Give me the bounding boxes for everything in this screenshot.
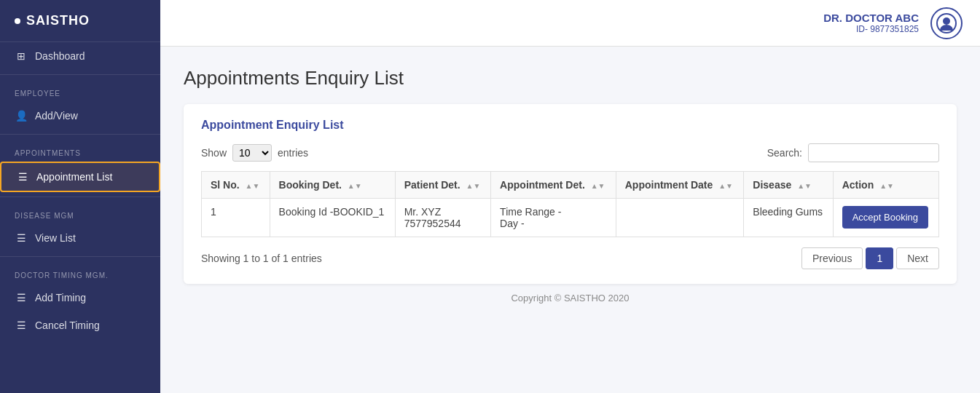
- entries-select[interactable]: 10 25 50 100: [232, 144, 272, 162]
- page-title: Appointments Enquiry List: [184, 67, 957, 90]
- cell-booking-det: Booking Id -BOOKID_1: [270, 199, 395, 237]
- entries-label: entries: [278, 147, 308, 159]
- footer: Copyright © SAISTHO 2020: [184, 284, 957, 312]
- next-button[interactable]: Next: [896, 247, 939, 269]
- sidebar-item-label: Add/View: [35, 110, 78, 122]
- appointment-time-range: Time Range -: [500, 206, 607, 218]
- list-icon: ☰: [16, 170, 29, 183]
- add-timing-icon: ☰: [15, 291, 28, 304]
- pagination: Previous 1 Next: [801, 247, 939, 269]
- appointments-table: Sl No. ▲▼ Booking Det. ▲▼ Patient Det. ▲…: [201, 171, 939, 237]
- sidebar-item-cancel-timing[interactable]: ☰ Cancel Timing: [0, 311, 160, 339]
- page-1-button[interactable]: 1: [866, 247, 893, 269]
- table-header: Sl No. ▲▼ Booking Det. ▲▼ Patient Det. ▲…: [202, 172, 939, 199]
- show-entries: Show 10 25 50 100 entries: [201, 144, 308, 162]
- accept-booking-button[interactable]: Accept Booking: [842, 206, 928, 229]
- sidebar-divider-1: [0, 74, 160, 75]
- table-controls: Show 10 25 50 100 entries Search:: [201, 143, 939, 162]
- section-disease-mgm: Disease MGM: [0, 202, 160, 224]
- cell-appointment-date: [616, 199, 744, 237]
- sidebar-logo: SAISTHO: [0, 0, 160, 42]
- col-appointment-det: Appointment Det. ▲▼: [491, 172, 616, 199]
- header-user: DR. DOCTOR ABC ID- 9877351825: [823, 7, 963, 39]
- col-patient-det: Patient Det. ▲▼: [395, 172, 490, 199]
- sort-icon: ▲▼: [879, 182, 894, 190]
- header-row: Sl No. ▲▼ Booking Det. ▲▼ Patient Det. ▲…: [202, 172, 939, 199]
- app-name: SAISTHO: [26, 13, 90, 28]
- sidebar-item-label: Add Timing: [35, 292, 86, 303]
- sort-icon: ▲▼: [797, 182, 812, 190]
- avatar[interactable]: [930, 7, 963, 39]
- logo-dot: [15, 18, 20, 24]
- appointments-card: Appointment Enquiry List Show 10 25 50 1…: [184, 104, 957, 284]
- user-id: ID- 9877351825: [823, 24, 919, 34]
- dashboard-icon: ⊞: [15, 49, 28, 63]
- col-sl-no: Sl No. ▲▼: [202, 172, 270, 199]
- section-doctor-timing: Doctor Timing MGM.: [0, 261, 160, 284]
- patient-phone: 7577952544: [404, 218, 482, 229]
- col-disease: Disease ▲▼: [744, 172, 833, 199]
- card-title: Appointment Enquiry List: [201, 119, 939, 132]
- table-body: 1 Booking Id -BOOKID_1 Mr. XYZ 757795254…: [202, 199, 939, 237]
- sort-icon: ▲▼: [718, 182, 733, 190]
- main-content: DR. DOCTOR ABC ID- 9877351825 Appointmen…: [160, 0, 980, 393]
- sort-icon: ▲▼: [466, 182, 481, 190]
- section-employee: Employee: [0, 79, 160, 102]
- sidebar-item-appointment-list[interactable]: ☰ Appointment List: [0, 162, 160, 192]
- cell-action: Accept Booking: [833, 199, 938, 237]
- section-appointments: Appointments: [0, 139, 160, 162]
- sort-icon: ▲▼: [246, 182, 260, 190]
- search-input[interactable]: [808, 143, 939, 162]
- sidebar-item-view-list[interactable]: ☰ View List: [0, 224, 160, 252]
- header: DR. DOCTOR ABC ID- 9877351825: [160, 0, 980, 47]
- svg-point-1: [943, 17, 950, 25]
- show-label: Show: [201, 147, 227, 159]
- showing-text: Showing 1 to 1 of 1 entries: [201, 253, 322, 264]
- patient-name: Mr. XYZ: [404, 206, 482, 218]
- user-name: DR. DOCTOR ABC: [823, 12, 919, 24]
- sidebar-item-label: Dashboard: [35, 50, 85, 62]
- previous-button[interactable]: Previous: [801, 247, 863, 269]
- sidebar-item-label: Cancel Timing: [35, 319, 100, 331]
- table-footer: Showing 1 to 1 of 1 entries Previous 1 N…: [201, 247, 939, 269]
- sidebar-item-label: Appointment List: [36, 171, 112, 183]
- sidebar-divider-3: [0, 196, 160, 197]
- user-info: DR. DOCTOR ABC ID- 9877351825: [823, 12, 919, 34]
- cancel-timing-icon: ☰: [15, 319, 28, 332]
- copyright-text: Copyright © SAISTHO 2020: [511, 293, 629, 303]
- sidebar-divider-4: [0, 256, 160, 257]
- col-action: Action ▲▼: [833, 172, 938, 199]
- sidebar-item-add-view[interactable]: 👤 Add/View: [0, 102, 160, 130]
- search-label: Search:: [767, 147, 802, 159]
- appointment-day: Day -: [500, 218, 607, 229]
- table-row: 1 Booking Id -BOOKID_1 Mr. XYZ 757795254…: [202, 199, 939, 237]
- sidebar-item-dashboard[interactable]: ⊞ Dashboard: [0, 42, 160, 70]
- person-icon: 👤: [15, 109, 28, 122]
- cell-patient-det: Mr. XYZ 7577952544: [395, 199, 490, 237]
- sidebar-item-label: View List: [35, 232, 76, 244]
- search-box: Search:: [767, 143, 939, 162]
- cell-appointment-det: Time Range - Day -: [491, 199, 616, 237]
- sidebar-divider-2: [0, 134, 160, 135]
- cell-sl-no: 1: [202, 199, 270, 237]
- cell-disease: Bleeding Gums: [744, 199, 833, 237]
- col-appointment-date: Appointment Date ▲▼: [616, 172, 744, 199]
- sidebar-item-add-timing[interactable]: ☰ Add Timing: [0, 284, 160, 311]
- sidebar: SAISTHO ⊞ Dashboard Employee 👤 Add/View …: [0, 0, 160, 393]
- sort-icon: ▲▼: [591, 182, 605, 190]
- sort-icon: ▲▼: [348, 182, 362, 190]
- col-booking-det: Booking Det. ▲▼: [270, 172, 395, 199]
- content-area: Appointments Enquiry List Appointment En…: [160, 47, 980, 393]
- view-list-icon: ☰: [15, 231, 28, 245]
